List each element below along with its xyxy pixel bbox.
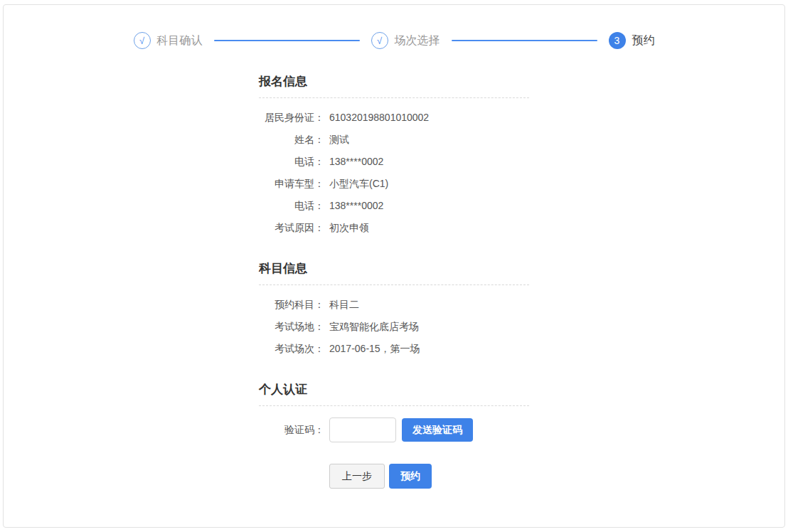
row-label: 验证码： [259, 424, 324, 437]
info-row-id-number: 居民身份证： 610320198801010002 [259, 107, 529, 129]
info-row-exam-session: 考试场次： 2017-06-15，第一场 [259, 338, 529, 360]
action-buttons: 上一步 预约 [259, 464, 529, 489]
row-label-text: 姓名 [294, 134, 314, 145]
row-value: 138****0002 [329, 195, 383, 217]
row-label: 电话： [259, 151, 324, 173]
step-number-badge: 3 [609, 32, 626, 49]
step-label-session-select: 场次选择 [395, 33, 440, 48]
info-row-name: 姓名： 测试 [259, 129, 529, 151]
verification-row: 验证码： 发送验证码 [259, 417, 529, 442]
row-label: 申请车型： [259, 173, 324, 195]
row-label-text: 居民身份证 [265, 112, 314, 123]
colon: ： [314, 134, 324, 145]
row-label: 居民身份证： [259, 107, 324, 129]
dashed-divider [259, 405, 529, 406]
section-title: 科目信息 [259, 260, 529, 277]
wizard-stepper: √ 科目确认 √ 场次选择 3 预约 [4, 5, 784, 49]
dashed-divider [259, 97, 529, 98]
step-session-select: √ 场次选择 [371, 32, 440, 49]
stepper-connector [452, 40, 597, 41]
section-registration-info: 报名信息 居民身份证： 610320198801010002 姓名： 测试 电话… [259, 73, 529, 239]
row-label: 考试场地： [259, 316, 324, 338]
colon: ： [314, 424, 324, 435]
appointment-card: √ 科目确认 √ 场次选择 3 预约 报名信息 居民身份证： 610320198… [3, 4, 785, 528]
check-icon: √ [371, 32, 388, 49]
section-title: 报名信息 [259, 73, 529, 90]
row-value: 初次申领 [329, 217, 369, 239]
colon: ： [314, 178, 324, 189]
section-personal-auth: 个人认证 验证码： 发送验证码 [259, 381, 529, 442]
row-value: 科目二 [329, 294, 359, 316]
row-value: 2017-06-15，第一场 [329, 338, 420, 360]
stepper-connector [214, 40, 360, 41]
row-value: 测试 [329, 129, 349, 151]
info-row-booked-subject: 预约科目： 科目二 [259, 294, 529, 316]
info-row-phone: 电话： 138****0002 [259, 151, 529, 173]
form-content: 报名信息 居民身份证： 610320198801010002 姓名： 测试 电话… [259, 73, 529, 489]
colon: ： [314, 200, 324, 211]
row-label-text: 电话 [294, 156, 314, 167]
row-label-text: 验证码 [284, 424, 314, 435]
row-label: 考试原因： [259, 217, 324, 239]
info-row-phone-2: 电话： 138****0002 [259, 195, 529, 217]
step-label-subject-confirm: 科目确认 [157, 33, 203, 48]
row-label-text: 预约科目 [275, 299, 314, 310]
row-label-text: 考试原因 [275, 222, 314, 233]
row-label: 预约科目： [259, 294, 324, 316]
row-label-text: 电话 [294, 200, 314, 211]
colon: ： [314, 112, 324, 123]
colon: ： [314, 343, 324, 354]
row-value: 138****0002 [329, 151, 383, 173]
colon: ： [314, 156, 324, 167]
step-label-appointment: 预约 [632, 33, 655, 48]
row-label-text: 申请车型 [275, 178, 314, 189]
dashed-divider [259, 284, 529, 285]
colon: ： [314, 321, 324, 332]
submit-appointment-button[interactable]: 预约 [389, 464, 432, 489]
row-label: 电话： [259, 195, 324, 217]
row-value: 610320198801010002 [329, 107, 429, 129]
verification-code-input[interactable] [329, 417, 396, 442]
section-title: 个人认证 [259, 381, 529, 398]
colon: ： [314, 222, 324, 233]
info-row-exam-reason: 考试原因： 初次申领 [259, 217, 529, 239]
section-subject-info: 科目信息 预约科目： 科目二 考试场地： 宝鸡智能化底店考场 考试场次： 201… [259, 260, 529, 360]
row-value: 小型汽车(C1) [329, 173, 388, 195]
previous-step-button[interactable]: 上一步 [329, 464, 385, 489]
send-code-button[interactable]: 发送验证码 [402, 418, 473, 442]
step-appointment: 3 预约 [609, 32, 655, 49]
colon: ： [314, 299, 324, 310]
check-icon: √ [134, 32, 151, 49]
row-label-text: 考试场次 [275, 343, 314, 354]
info-row-vehicle-type: 申请车型： 小型汽车(C1) [259, 173, 529, 195]
row-value: 宝鸡智能化底店考场 [329, 316, 419, 338]
info-row-exam-site: 考试场地： 宝鸡智能化底店考场 [259, 316, 529, 338]
row-label: 姓名： [259, 129, 324, 151]
row-label-text: 考试场地 [275, 321, 314, 332]
step-subject-confirm: √ 科目确认 [134, 32, 203, 49]
row-label: 考试场次： [259, 338, 324, 360]
